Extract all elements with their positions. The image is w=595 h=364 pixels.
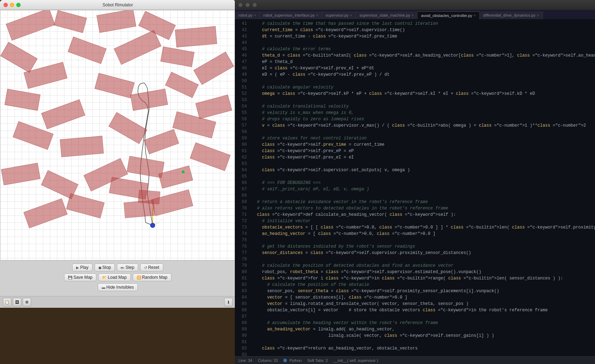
robot-dot xyxy=(150,223,155,228)
maximize-button[interactable] xyxy=(16,3,21,7)
obstacle xyxy=(175,26,217,47)
toolbar-icons-left: 📋 🖼 ⚙ xyxy=(3,298,31,306)
code-content[interactable]: # calculate the time that has passed sin… xyxy=(249,19,595,356)
simulator-canvas xyxy=(0,10,236,260)
tab-close-dd[interactable]: × xyxy=(537,13,539,17)
tab-avoid-obstacles[interactable]: avoid_obstacles_controller.py × xyxy=(418,11,480,19)
close-button[interactable] xyxy=(4,3,8,7)
toolbar-icon-3[interactable]: ⚙ xyxy=(23,298,31,306)
editor-window: robot.py × robot_supervisor_interface.py… xyxy=(235,0,595,364)
tab-robot[interactable]: robot.py × xyxy=(235,11,260,19)
step-button[interactable]: ⏭ Step xyxy=(117,264,138,271)
sim-toolbar: 📋 🖼 ⚙ ℹ xyxy=(0,296,236,308)
random-icon: 🔀 xyxy=(137,276,141,279)
simulator-window: Sobot Rimulator xyxy=(0,0,236,308)
toolbar-icon-right[interactable]: ℹ xyxy=(224,298,233,306)
tab-close-supervisor[interactable]: × xyxy=(350,13,352,17)
obstacle xyxy=(60,136,104,157)
step-icon: ⏭ xyxy=(121,266,124,270)
play-button[interactable]: ▶ Play xyxy=(72,264,92,271)
status-init-info: __init__( self, supervisor ) xyxy=(334,358,378,363)
tab-close-ao[interactable]: × xyxy=(474,13,476,17)
desktop-background xyxy=(0,308,235,364)
status-line: Line: 34 xyxy=(238,358,252,363)
map-controls: 💾 Save Map 📂 Load Map 🔀 Random Map xyxy=(4,273,232,281)
tab-robot-supervisor-interface[interactable]: robot_supervisor_interface.py × xyxy=(260,11,322,19)
stop-icon: ◼ xyxy=(98,266,101,270)
load-map-button[interactable]: 📂 Load Map xyxy=(98,273,130,281)
tab-bar: robot.py × robot_supervisor_interface.py… xyxy=(235,10,595,19)
hide-icon: ▬ xyxy=(102,285,105,289)
tab-close-sm[interactable]: × xyxy=(412,13,414,17)
editor-maximize[interactable] xyxy=(253,3,257,7)
load-icon: 📂 xyxy=(102,276,107,279)
save-map-button[interactable]: 💾 Save Map xyxy=(64,273,96,281)
editor-minimize[interactable] xyxy=(245,3,250,7)
reset-button[interactable]: ↺ Reset xyxy=(140,264,163,271)
editor-titlebar xyxy=(235,0,595,10)
reset-icon: ↺ xyxy=(144,266,147,270)
traffic-lights xyxy=(4,3,21,7)
toolbar-icon-1[interactable]: 📋 xyxy=(3,298,11,306)
toolbar-icon-2[interactable]: 🖼 xyxy=(13,298,21,306)
editor-statusbar: Line: 34 Column: 33 Python Soft Tabs: 2 … xyxy=(235,356,595,364)
python-icon xyxy=(283,359,287,362)
hide-invisibles-button[interactable]: ▬ Hide Invisibles xyxy=(98,283,137,291)
tab-supervisor[interactable]: supervisor.py × xyxy=(322,11,356,19)
status-language: Python xyxy=(283,358,301,363)
random-map-button[interactable]: 🔀 Random Map xyxy=(133,273,171,281)
tab-differential-drive[interactable]: differential_drive_dynamics.py × xyxy=(480,11,543,19)
status-column: Column: 33 xyxy=(258,358,278,363)
line-numbers: 4142434445464748495051525354555657585960… xyxy=(235,19,249,356)
tab-state-machine[interactable]: supervisor_state_machine.py × xyxy=(356,11,418,19)
tab-close-robot[interactable]: × xyxy=(254,13,256,17)
sim-titlebar: Sobot Rimulator xyxy=(0,0,236,10)
status-soft-tabs: Soft Tabs: 2 xyxy=(307,358,328,363)
view-controls: ▬ Hide Invisibles xyxy=(4,283,232,291)
playback-controls: ▶ Play ◼ Stop ⏭ Step ↺ Reset xyxy=(4,264,232,271)
stop-button[interactable]: ◼ Stop xyxy=(95,264,115,271)
play-icon: ▶ xyxy=(76,266,79,270)
save-icon: 💾 xyxy=(68,276,72,279)
sim-window-title: Sobot Rimulator xyxy=(102,2,133,7)
code-area: 4142434445464748495051525354555657585960… xyxy=(235,19,595,356)
tab-close-rsi[interactable]: × xyxy=(316,13,318,17)
editor-close[interactable] xyxy=(238,3,243,7)
target-dot xyxy=(182,171,185,173)
sim-controls: ▶ Play ◼ Stop ⏭ Step ↺ Reset 💾 Save Map xyxy=(0,260,236,296)
minimize-button[interactable] xyxy=(10,3,14,7)
